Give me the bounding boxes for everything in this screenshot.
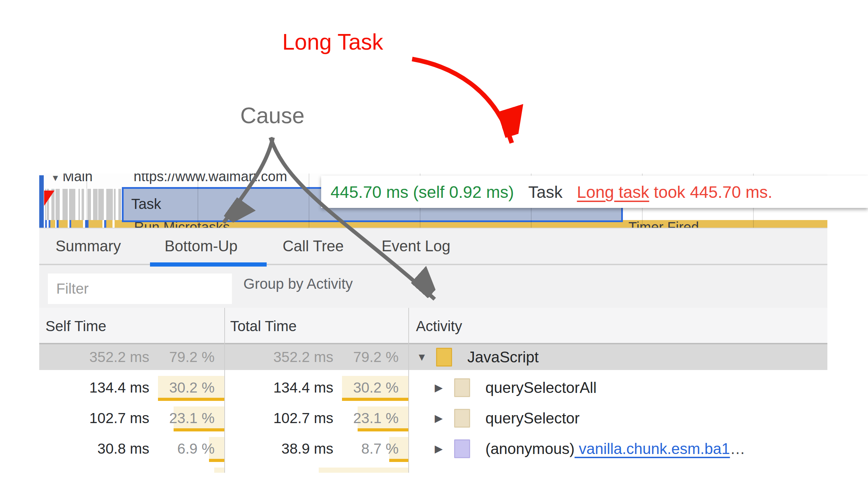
activity-color-swatch-icon (436, 348, 452, 367)
percent-value: 23.1 % (224, 405, 399, 431)
percent-value: 79.2 % (39, 344, 215, 370)
task-tooltip: 445.70 ms (self 0.92 ms) Task Long task … (321, 176, 868, 208)
column-header-activity[interactable]: Activity (416, 308, 462, 344)
track-selection-strip (39, 175, 44, 228)
tooltip-long-task-link[interactable]: Long task (577, 183, 649, 201)
long-task-arrow (412, 59, 512, 143)
percent-value: 79.2 % (224, 344, 399, 370)
table-row-partial[interactable] (39, 466, 827, 473)
timer-fired-event[interactable]: Timer Fired (628, 220, 699, 228)
tooltip-warning-text: took 445.70 ms. (649, 183, 773, 201)
detail-tabs: Summary Bottom-Up Call Tree Event Log (39, 228, 827, 267)
percent-value: 30.2 % (39, 375, 215, 401)
group-by-select[interactable]: Group by Activity (243, 276, 353, 292)
source-location-link[interactable]: vanilla.chunk.esm.ba1 (575, 440, 730, 457)
activity-name: JavaScript (467, 344, 539, 370)
activity-color-swatch-icon (454, 409, 470, 428)
percent-value: 6.9 % (39, 436, 215, 462)
activity-name: (anonymous) vanilla.chunk.esm.ba1… (485, 436, 745, 462)
bottom-up-toolbar: Group by Activity ▼ (39, 267, 827, 308)
table-row[interactable]: 102.7 ms23.1 %102.7 ms23.1 %▶querySelect… (39, 405, 827, 436)
heat-bar (214, 468, 224, 473)
table-row[interactable]: 30.8 ms6.9 %38.9 ms8.7 %▶(anonymous) van… (39, 436, 827, 466)
track-name: Main (62, 174, 93, 184)
activity-name-text: (anonymous) (485, 440, 575, 457)
table-row[interactable]: 134.4 ms30.2 %134.4 ms30.2 %▶querySelect… (39, 375, 827, 405)
activity-name-text: JavaScript (467, 348, 539, 365)
truncation-ellipsis: … (730, 440, 745, 457)
expand-icon[interactable]: ▶ (435, 405, 443, 431)
activity-color-swatch-icon (454, 378, 470, 397)
tab-bottom-up[interactable]: Bottom-Up (165, 237, 237, 255)
percent-value: 23.1 % (39, 405, 215, 431)
column-divider[interactable] (224, 308, 225, 473)
column-header-total-time[interactable]: Total Time (230, 308, 297, 344)
timeline-gridline (309, 174, 309, 228)
bottom-up-panel: Summary Bottom-Up Call Tree Event Log Gr… (39, 228, 827, 472)
track-disclosure-icon[interactable]: ▾ (44, 174, 62, 184)
long-task-annotation: Long Task (282, 29, 383, 55)
tooltip-event-name: Task (528, 183, 563, 201)
filter-input[interactable] (48, 274, 232, 304)
percent-value: 30.2 % (224, 375, 399, 401)
tab-call-tree[interactable]: Call Tree (283, 237, 344, 255)
scripting-band-stripes (45, 220, 124, 228)
timeline-gridline (86, 174, 87, 228)
heat-bar (319, 468, 408, 473)
chevron-down-icon[interactable]: ▼ (418, 279, 429, 292)
column-header-self-time[interactable]: Self Time (45, 308, 106, 344)
track-url: https://www.walmart.com (134, 174, 287, 184)
expand-icon[interactable]: ▶ (435, 436, 443, 462)
activity-name: querySelector (485, 405, 579, 431)
activity-name: querySelectorAll (485, 375, 596, 401)
expand-icon[interactable]: ▶ (435, 375, 443, 401)
flamechart-activity-stripes (45, 189, 122, 221)
tooltip-duration: 445.70 ms (self 0.92 ms) (331, 183, 514, 201)
timeline-gridline (198, 174, 198, 228)
activity-color-swatch-icon (454, 439, 470, 458)
tab-event-log[interactable]: Event Log (382, 237, 450, 255)
activity-name-text: querySelector (485, 410, 579, 427)
column-divider[interactable] (408, 308, 409, 473)
cause-annotation: Cause (240, 103, 304, 128)
table-header: Self Time Total Time Activity (39, 308, 827, 344)
percent-value: 8.7 % (224, 436, 399, 462)
page: { "annotations": { "long_task": "Long Ta… (0, 0, 868, 488)
activity-name-text: querySelectorAll (485, 379, 596, 396)
tab-summary[interactable]: Summary (56, 237, 121, 255)
collapse-icon[interactable]: ▼ (417, 344, 427, 370)
table-row[interactable]: 352.2 ms79.2 %352.2 ms79.2 %▼JavaScript (39, 344, 827, 375)
active-tab-underline (150, 262, 267, 267)
